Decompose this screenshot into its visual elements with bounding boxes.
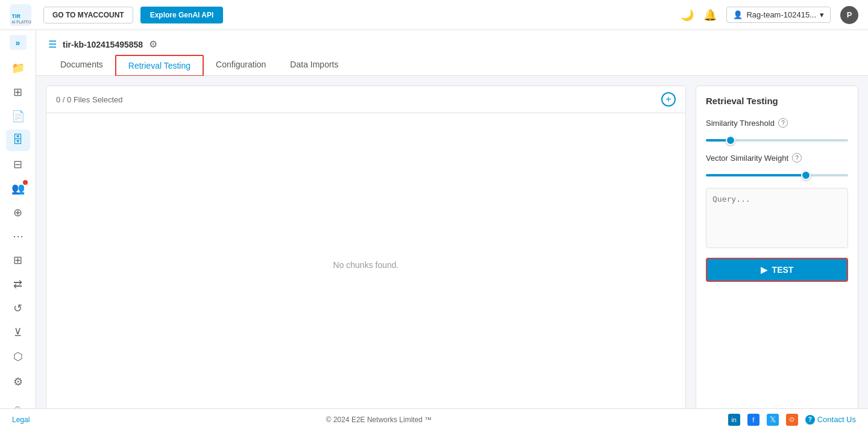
left-panel: 0 / 0 Files Selected + No chunks found. (46, 86, 686, 420)
package-icon: ⬡ (13, 350, 23, 363)
right-panel-title: Retrieval Testing (706, 96, 848, 106)
grid-icon: ⊞ (13, 86, 22, 99)
folder-icon: 📁 (11, 61, 25, 75)
no-chunks-message: No chunks found. (46, 113, 685, 417)
kb-header: ☰ tir-kb-102415495858 ⚙ (48, 35, 856, 55)
footer-right: in f 𝕏 ⊙ ? Contact Us (728, 414, 856, 426)
sidebar-item-workflow[interactable]: ⊕ (6, 202, 30, 223)
explore-genai-button[interactable]: Explore GenAI API (140, 7, 224, 23)
refresh-icon: ↺ (13, 302, 22, 315)
contact-us-question-icon: ? (805, 415, 815, 425)
rss-icon[interactable]: ⊙ (786, 414, 798, 426)
content-area: 0 / 0 Files Selected + No chunks found. … (36, 76, 868, 430)
database-icon: 🗄 (13, 134, 24, 146)
right-panel: Retrieval Testing Similarity Threshold ?… (696, 86, 858, 420)
file-selector-bar: 0 / 0 Files Selected + (46, 86, 685, 113)
sidebar-item-grid[interactable]: ⊞ (6, 81, 30, 103)
tab-documents[interactable]: Documents (48, 55, 115, 75)
table-icon: ⊟ (13, 158, 22, 171)
sidebar-item-settings[interactable]: ⚙ (6, 370, 30, 394)
vector-similarity-weight-help-icon[interactable]: ? (792, 153, 802, 163)
notifications-icon[interactable]: 🔔 (703, 8, 717, 22)
query-input[interactable] (706, 188, 848, 248)
users-icon: 👥 (11, 182, 25, 195)
chevron-down-icon: ▾ (820, 10, 824, 19)
test-button[interactable]: ▶ TEST (706, 258, 848, 282)
sidebar-item-users[interactable]: 👥 (6, 178, 30, 199)
tab-data-imports[interactable]: Data Imports (278, 55, 350, 75)
similarity-threshold-label: Similarity Threshold ? (706, 118, 848, 128)
vector-similarity-weight-slider[interactable] (706, 174, 848, 176)
vector-similarity-weight-label: Vector Similarity Weight ? (706, 153, 848, 163)
navbar-icons: 🌙 🔔 👤 Rag-team-102415... ▾ P (681, 6, 858, 24)
document-icon: 📄 (11, 110, 25, 123)
similarity-threshold-section: Similarity Threshold ? (706, 118, 848, 143)
layout: » 📁 ⊞ 📄 🗄 ⊟ 👥 ⊕ ⋯ ⊞ ⇄ (0, 30, 868, 430)
tab-configuration[interactable]: Configuration (204, 55, 278, 75)
sidebar-item-table[interactable]: ⊟ (6, 154, 30, 175)
team-selector[interactable]: 👤 Rag-team-102415... ▾ (726, 7, 831, 23)
test-play-icon: ▶ (761, 265, 767, 275)
linkedin-icon[interactable]: in (728, 414, 740, 426)
logo: TIR AI PLATFORM (10, 4, 31, 26)
sidebar-item-share[interactable]: ⇄ (6, 273, 30, 295)
tir-logo-icon: TIR AI PLATFORM (10, 4, 31, 26)
kb-list-icon: ☰ (48, 39, 57, 50)
sidebar-collapse-button[interactable]: » (10, 35, 27, 50)
footer-copyright: © 2024 E2E Networks Limited ™ (30, 416, 728, 424)
download-icon: ⊻ (14, 326, 22, 339)
tabs: Documents Retrieval Testing Configuratio… (48, 55, 856, 75)
top-bar: ☰ tir-kb-102415495858 ⚙ Documents Retrie… (36, 30, 868, 76)
footer-legal[interactable]: Legal (12, 416, 30, 424)
footer: Legal © 2024 E2E Networks Limited ™ in f… (0, 408, 868, 430)
settings-icon: ⚙ (13, 375, 23, 388)
add-files-button[interactable]: + (661, 92, 676, 107)
twitter-icon[interactable]: 𝕏 (767, 414, 779, 426)
sidebar-item-refresh[interactable]: ↺ (6, 298, 30, 319)
vector-similarity-weight-section: Vector Similarity Weight ? (706, 153, 848, 178)
users-badge (23, 180, 28, 185)
sidebar-item-package[interactable]: ⬡ (6, 346, 30, 367)
navbar: TIR AI PLATFORM GO TO MYACCOUNT Explore … (0, 0, 868, 30)
sidebar: » 📁 ⊞ 📄 🗄 ⊟ 👥 ⊕ ⋯ ⊞ ⇄ (0, 30, 36, 430)
sidebar-item-document[interactable]: 📄 (6, 105, 30, 127)
sidebar-item-download[interactable]: ⊻ (6, 322, 30, 343)
workflow-icon: ⊕ (13, 206, 22, 219)
kb-title: tir-kb-102415495858 (63, 40, 143, 49)
team-name: Rag-team-102415... (746, 10, 816, 19)
tab-retrieval-testing[interactable]: Retrieval Testing (115, 55, 204, 76)
share-icon: ⇄ (13, 278, 22, 291)
nodes-icon: ⋯ (13, 229, 24, 243)
svg-text:AI PLATFORM: AI PLATFORM (12, 20, 31, 24)
myaccount-button[interactable]: GO TO MYACCOUNT (43, 7, 133, 23)
similarity-threshold-slider[interactable] (706, 139, 848, 142)
svg-text:TIR: TIR (12, 13, 21, 19)
server-icon: ⊞ (13, 254, 22, 267)
dark-mode-toggle[interactable]: 🌙 (681, 8, 694, 22)
sidebar-item-folder[interactable]: 📁 (6, 57, 30, 79)
sidebar-item-database[interactable]: 🗄 (6, 129, 30, 151)
contact-us-link[interactable]: ? Contact Us (805, 415, 856, 425)
kb-settings-icon[interactable]: ⚙ (149, 39, 157, 50)
similarity-threshold-help-icon[interactable]: ? (778, 118, 788, 128)
sidebar-item-server[interactable]: ⊞ (6, 249, 30, 271)
sidebar-item-nodes[interactable]: ⋯ (6, 225, 30, 247)
main-content-area: ☰ tir-kb-102415495858 ⚙ Documents Retrie… (36, 30, 868, 430)
facebook-icon[interactable]: f (747, 414, 760, 426)
file-selector-text: 0 / 0 Files Selected (56, 95, 123, 104)
avatar[interactable]: P (840, 6, 858, 24)
team-icon: 👤 (733, 10, 743, 19)
